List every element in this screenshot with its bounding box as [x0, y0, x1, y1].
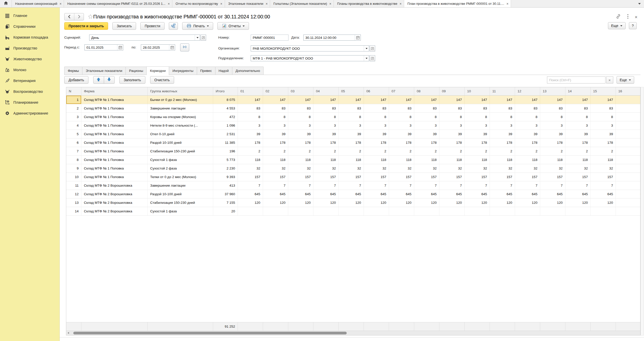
day-cell[interactable]: 645 — [288, 190, 313, 198]
day-cell[interactable]: 157 — [515, 173, 540, 181]
day-cell[interactable]: 3 — [313, 121, 339, 130]
day-cell[interactable]: 147 — [263, 96, 288, 104]
chevron-down-icon[interactable] — [364, 46, 369, 51]
day-cell[interactable]: 120 — [339, 198, 364, 207]
table-row[interactable]: 11Склад МТФ № 2 ВорошиловкаЗавершение ла… — [66, 181, 640, 190]
day-cell[interactable]: 178 — [565, 138, 591, 147]
day-cell[interactable]: 157 — [288, 173, 313, 181]
day-cell[interactable]: 118 — [339, 156, 364, 164]
day-cell[interactable]: 83 — [389, 104, 414, 112]
sidebar-item-planning[interactable]: Планирование — [0, 97, 59, 108]
day-cell[interactable]: 118 — [565, 156, 591, 164]
column-header-day[interactable]: 11 — [490, 87, 515, 95]
table-row[interactable]: 14Склад МТФ № 2 ВорошиловкаСухостой 1 фа… — [66, 207, 640, 216]
day-cell[interactable]: 32 — [565, 164, 591, 173]
farm-cell[interactable]: Склад МТФ № 2 Ворошиловка — [81, 181, 148, 190]
day-cell[interactable]: 178 — [339, 138, 364, 147]
day-cell[interactable]: 157 — [490, 173, 515, 181]
day-cell[interactable]: 32 — [515, 164, 540, 173]
day-cell[interactable] — [414, 207, 439, 215]
day-cell[interactable]: 645 — [591, 190, 616, 198]
post-and-close-button[interactable]: Провести и закрыть — [64, 22, 108, 30]
animal-group-cell[interactable]: Раздой 10-100 дней — [148, 138, 213, 147]
period-from-value[interactable]: 01.01.2025 — [86, 46, 117, 49]
day-cell[interactable] — [263, 207, 288, 215]
row-number-cell[interactable]: 6 — [66, 138, 81, 147]
day-cell[interactable]: 39 — [490, 130, 515, 138]
table-row[interactable]: 13Склад МТФ № 2 ВорошиловкаСтабилизация … — [66, 198, 640, 207]
day-cell[interactable]: 178 — [414, 138, 439, 147]
day-cell[interactable]: 118 — [238, 156, 263, 164]
day-cell[interactable]: 178 — [540, 138, 565, 147]
search-clear-icon[interactable]: × — [606, 76, 613, 83]
day-cell[interactable]: 8 — [238, 113, 263, 121]
day-cell[interactable] — [389, 207, 414, 215]
scrollbar-thumb[interactable] — [73, 332, 347, 334]
day-cell[interactable]: 157 — [540, 173, 565, 181]
total-cell[interactable]: 7 155 — [213, 198, 238, 207]
day-cell[interactable] — [439, 207, 465, 215]
animal-group-cell[interactable]: Нетели 8-9 мес стельности (... — [148, 121, 213, 130]
day-cell[interactable]: 178 — [364, 138, 389, 147]
day-cell[interactable]: 8 — [616, 113, 640, 121]
day-cell[interactable]: 645 — [565, 190, 591, 198]
window-tab[interactable]: Эталонные показатели× — [225, 0, 270, 7]
day-cell[interactable]: 7 — [465, 181, 490, 190]
day-cell[interactable]: 7 — [540, 181, 565, 190]
day-cell[interactable]: 2 — [389, 147, 414, 155]
row-number-cell[interactable]: 13 — [66, 198, 81, 207]
day-cell[interactable]: 7 — [313, 181, 339, 190]
animal-group-cell[interactable]: Завершение лактации — [148, 104, 213, 112]
day-cell[interactable]: 32 — [313, 164, 339, 173]
window-tab[interactable]: Назначение схемы синхронизации РММГ-0211… — [64, 0, 172, 7]
day-cell[interactable]: 39 — [465, 130, 490, 138]
tab-overflow-button[interactable] — [635, 0, 644, 7]
day-cell[interactable]: 645 — [238, 190, 263, 198]
tab-close-icon[interactable]: × — [59, 2, 61, 6]
day-cell[interactable]: 7 — [515, 181, 540, 190]
day-cell[interactable]: 3 — [439, 121, 465, 130]
day-cell[interactable]: 7 — [565, 181, 591, 190]
period-to-field[interactable]: 28.02.2025 — [141, 44, 175, 50]
total-cell[interactable]: 196 — [213, 147, 238, 155]
tab-close-icon[interactable]: × — [220, 2, 222, 6]
table-row[interactable]: 12Склад МТФ № 2 ВорошиловкаРаздой 10-100… — [66, 190, 640, 198]
tab-close-icon[interactable]: × — [266, 2, 268, 6]
column-header-day[interactable]: 08 — [414, 87, 439, 95]
day-cell[interactable]: 3 — [591, 121, 616, 130]
day-cell[interactable]: 3 — [490, 121, 515, 130]
day-cell[interactable]: 7 — [616, 181, 640, 190]
day-cell[interactable]: 3 — [339, 121, 364, 130]
animal-group-cell[interactable]: Стабилизация 150-230 дней — [148, 147, 213, 155]
total-cell[interactable]: 413 — [213, 181, 238, 190]
day-cell[interactable]: 83 — [591, 104, 616, 112]
column-header-day[interactable]: 12 — [515, 87, 540, 95]
table-row[interactable]: 3Склад МТФ № 1 ПоповкаКоровы на откорме … — [66, 113, 640, 121]
calendar-icon[interactable] — [169, 45, 175, 50]
day-cell[interactable] — [238, 207, 263, 215]
farm-cell[interactable]: Склад МТФ № 1 Поповка — [81, 173, 148, 181]
day-cell[interactable]: 178 — [439, 138, 465, 147]
day-cell[interactable]: 157 — [238, 173, 263, 181]
day-cell[interactable] — [465, 207, 490, 215]
day-cell[interactable]: 118 — [490, 156, 515, 164]
window-tab[interactable]: Назначения синхронизаций× — [12, 0, 64, 7]
table-row[interactable]: 4Склад МТФ № 1 ПоповкаНетели 8-9 мес сте… — [66, 121, 640, 130]
day-cell[interactable]: 83 — [364, 104, 389, 112]
day-cell[interactable]: 2 — [238, 147, 263, 155]
day-cell[interactable] — [339, 207, 364, 215]
day-cell[interactable]: 8 — [364, 113, 389, 121]
total-cell[interactable]: 1 096 — [213, 121, 238, 130]
day-cell[interactable]: 147 — [364, 96, 389, 104]
day-cell[interactable]: 645 — [490, 190, 515, 198]
day-cell[interactable]: 157 — [591, 173, 616, 181]
day-cell[interactable]: 3 — [263, 121, 288, 130]
day-cell[interactable]: 32 — [591, 164, 616, 173]
vertical-scrollbar[interactable] — [640, 87, 644, 335]
date-value[interactable]: 30.11.2024 12:00:00 — [305, 36, 355, 40]
day-cell[interactable]: 118 — [389, 156, 414, 164]
day-cell[interactable]: 8 — [339, 113, 364, 121]
day-cell[interactable]: 120 — [313, 198, 339, 207]
farm-cell[interactable]: Склад МТФ № 2 Ворошиловка — [81, 207, 148, 215]
day-cell[interactable] — [490, 207, 515, 215]
